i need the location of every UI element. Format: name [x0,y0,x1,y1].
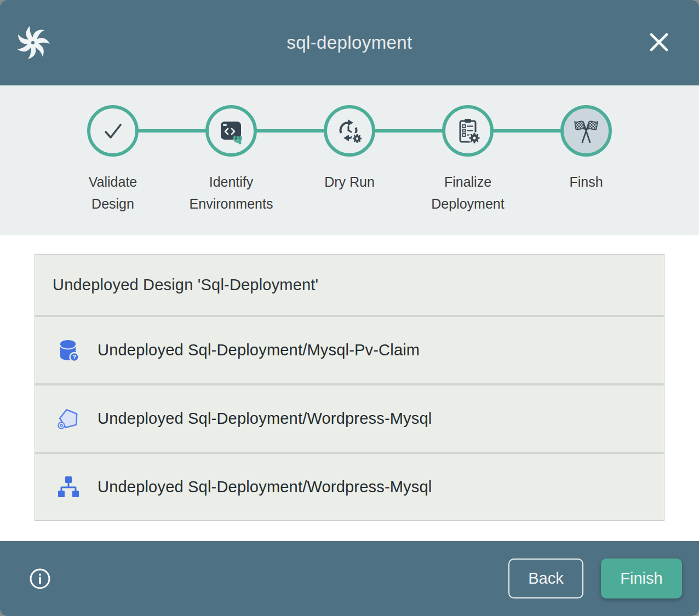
finish-button[interactable]: Finish [601,559,682,598]
result-row-wordpress-mysql-hierarchy: Undeployed Sql-Deployment/Wordpress-Mysq… [35,454,664,520]
close-icon[interactable] [646,30,672,55]
dialog-title: sql-deployment [287,32,412,53]
step-label: Identify Environments [187,171,276,215]
step-label: Dry Run [305,171,394,193]
deployment-wizard-dialog: sql-deployment Validate Design [0,0,699,616]
clipboard-gear-icon [454,117,482,145]
step-label: Finalize Deployment [423,171,512,215]
step-finish: Finsh [527,105,645,215]
result-row-text: Undeployed Sql-Deployment/Mysql-Pv-Claim [98,341,420,359]
result-row-mysql-pv-claim: ? Undeployed Sql-Deployment/Mysql-Pv-Cla… [35,317,664,383]
undeploy-results-list: Undeployed Design 'Sql-Deployment' ? Und… [35,254,664,521]
step-label: Finsh [542,171,631,193]
dialog-footer: Back Finish [0,541,699,616]
checkered-flags-icon [572,117,600,145]
wizard-stepper: Validate Design Ident [0,85,699,235]
svg-text:?: ? [72,354,76,360]
step-dry-run: Dry Run [290,105,409,215]
step-circle-validate-design[interactable] [87,105,139,157]
dialog-header: sql-deployment [0,0,699,85]
pod-icon [55,406,81,432]
results-panel: Undeployed Design 'Sql-Deployment' ? Und… [0,235,699,541]
result-row-text: Undeployed Sql-Deployment/Wordpress-Mysq… [98,478,432,496]
step-circle-finish[interactable] [560,105,612,157]
back-button[interactable]: Back [508,559,583,598]
step-identify-environments: Identify Environments [172,105,290,215]
step-circle-identify-environments[interactable] [205,105,257,157]
result-header-row: Undeployed Design 'Sql-Deployment' [35,255,664,315]
check-icon [99,117,127,145]
meshery-logo-icon [15,25,50,60]
step-circle-finalize-deployment[interactable] [442,105,494,157]
step-label: Validate Design [68,171,157,215]
step-circle-dry-run[interactable] [324,105,375,157]
result-header-text: Undeployed Design 'Sql-Deployment' [53,276,318,294]
sync-gear-icon [335,117,364,145]
info-icon[interactable] [28,567,51,590]
step-validate-design: Validate Design [54,105,172,215]
result-row-text: Undeployed Sql-Deployment/Wordpress-Mysq… [98,410,432,428]
database-icon: ? [55,337,81,364]
step-finalize-deployment: Finalize Deployment [409,105,527,215]
result-row-wordpress-mysql-pod: Undeployed Sql-Deployment/Wordpress-Mysq… [35,385,664,452]
code-wrench-icon [217,117,245,145]
hierarchy-icon [55,474,81,500]
